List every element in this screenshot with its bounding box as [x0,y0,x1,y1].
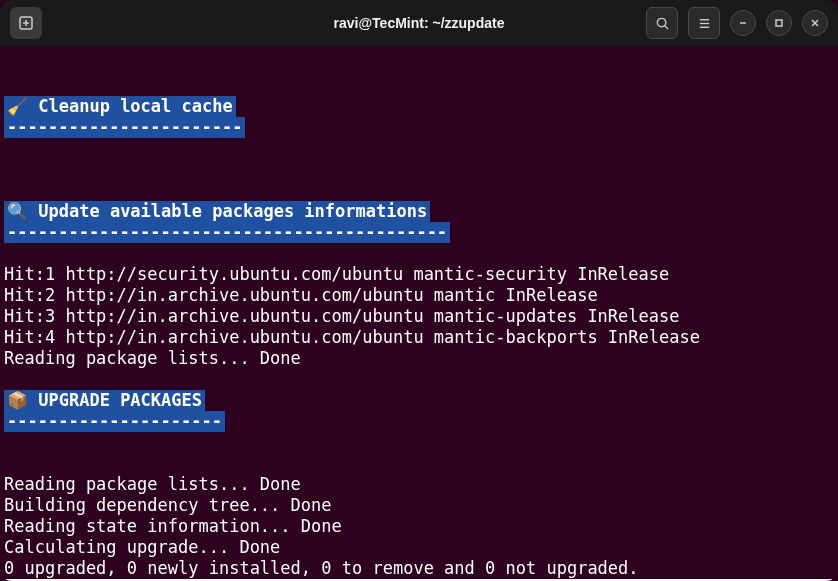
window-title: ravi@TecMint: ~/zzupdate [334,15,505,31]
svg-rect-9 [776,20,782,26]
calculating-line: Calculating upgrade... Done [4,537,834,558]
hit4-line: Hit:4 http://in.archive.ubuntu.com/ubunt… [4,327,834,348]
new-tab-button[interactable] [10,7,42,39]
titlebar-left [10,7,42,39]
upgrade-title: UPGRADE PACKAGES [38,390,202,410]
terminal-window: ravi@TecMint: ~/zzupdate [0,0,838,581]
update-header: 🔍 Update available packages informations [4,201,430,222]
svg-point-3 [657,18,665,26]
terminal-body[interactable]: 🧹 Cleanup local cache ------------------… [0,46,838,581]
cleanup-dashes: ----------------------- [4,117,245,138]
summary-line: 0 upgraded, 0 newly installed, 0 to remo… [4,558,834,579]
svg-line-4 [664,25,667,28]
hit3-line: Hit:3 http://in.archive.ubuntu.com/ubunt… [4,306,834,327]
cleanup-header: 🧹 Cleanup local cache [4,96,236,117]
titlebar-right [646,7,828,39]
hit2-line: Hit:2 http://in.archive.ubuntu.com/ubunt… [4,285,834,306]
broom-icon: 🧹 [7,96,28,116]
update-title: Update available packages informations [38,201,427,221]
minimize-button[interactable] [730,10,756,36]
building-line: Building dependency tree... Done [4,495,834,516]
reading-pkg-line: Reading package lists... Done [4,474,834,495]
cleanup-title: Cleanup local cache [38,96,232,116]
menu-button[interactable] [688,7,720,39]
package-icon: 📦 [7,390,28,410]
maximize-button[interactable] [766,10,792,36]
reading-state-line: Reading state information... Done [4,516,834,537]
close-button[interactable] [802,10,828,36]
search-button[interactable] [646,7,678,39]
reading-line: Reading package lists... Done [4,348,834,369]
update-dashes: ----------------------------------------… [4,222,450,243]
upgrade-dashes: --------------------- [4,411,225,432]
titlebar: ravi@TecMint: ~/zzupdate [0,0,838,46]
magnifier-icon: 🔍 [7,201,28,221]
upgrade-header: 📦 UPGRADE PACKAGES [4,390,205,411]
hit1-line: Hit:1 http://security.ubuntu.com/ubuntu … [4,264,834,285]
